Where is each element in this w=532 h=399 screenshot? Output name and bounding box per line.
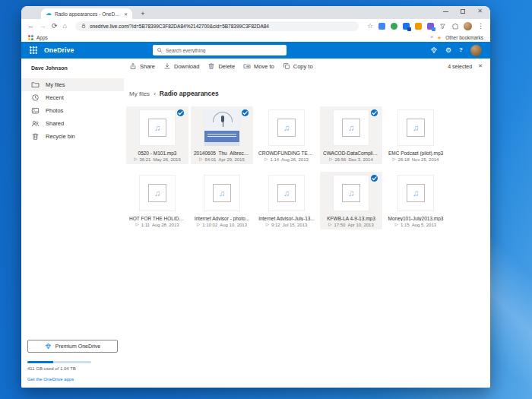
- file-tile[interactable]: 20140605_Thu_Albrech... ▷ 54:01 Apr 29, …: [191, 106, 253, 164]
- main-content: Share Download Delete Move to Copy to 4 …: [124, 59, 490, 388]
- command-icon: [207, 62, 215, 70]
- share-button[interactable]: Share: [129, 62, 155, 70]
- sidebar-item-recent[interactable]: Recent: [21, 91, 124, 104]
- storage-meter: [27, 361, 91, 363]
- filter-icon[interactable]: [439, 23, 446, 30]
- breadcrumb-current: Radio appearances: [160, 90, 219, 97]
- music-note-icon: ♫: [219, 189, 225, 198]
- sidebar-item-my-files[interactable]: My files: [21, 78, 124, 91]
- apps-bookmark[interactable]: Apps: [36, 35, 48, 40]
- extensions-puzzle-icon[interactable]: [451, 23, 458, 30]
- download-button[interactable]: Download: [163, 62, 199, 70]
- selection-count: 4 selected: [448, 64, 472, 69]
- nav-icon: [31, 81, 40, 89]
- onedrive-header: OneDrive ⚙ ?: [21, 42, 490, 59]
- file-name: EMC Podcast (pilot).mp3: [385, 150, 447, 156]
- file-date: Apr 29, 2015: [218, 157, 244, 162]
- hide-bookmarks-caret-icon[interactable]: ^: [431, 35, 433, 40]
- windows-desktop: ☁ Radio appearances - OneDrive ✕ + ✕ ← →…: [0, 0, 532, 399]
- extension-icon[interactable]: [391, 23, 397, 30]
- play-icon: ▷: [328, 223, 331, 227]
- address-bar[interactable]: onedrive.live.com/?id=5B78399C3F82DA84%2…: [75, 21, 359, 31]
- file-tile[interactable]: ♫ Internet Advisor-July-13... ▷ 9:12 Jul…: [255, 172, 318, 230]
- settings-gear-icon[interactable]: ⚙: [445, 47, 451, 54]
- sidebar-item-shared[interactable]: Shared: [21, 117, 124, 130]
- file-tile[interactable]: ♫ KFWB-LA 4-9-13.mp3 ▷ 17:50 Apr 10, 201…: [320, 172, 382, 230]
- file-details: ▷ 9:12 Jul 15, 2013: [255, 223, 318, 227]
- new-tab-button[interactable]: +: [138, 10, 147, 17]
- minimize-button[interactable]: [443, 11, 448, 12]
- search-input[interactable]: [166, 48, 283, 53]
- forward-button[interactable]: →: [40, 23, 46, 30]
- file-name: 20140605_Thu_Albrech...: [191, 150, 253, 156]
- nav-icon: [31, 93, 40, 102]
- file-duration: 26:56: [334, 157, 346, 162]
- premium-diamond-icon[interactable]: [430, 46, 438, 54]
- home-button[interactable]: ⌂: [63, 23, 67, 30]
- play-icon: ▷: [199, 157, 202, 162]
- browser-menu-icon[interactable]: ⋮: [477, 23, 484, 30]
- audio-file-icon: ♫: [407, 184, 425, 202]
- reload-button[interactable]: ⟳: [52, 23, 58, 30]
- file-duration: 1:11: [141, 223, 150, 227]
- tab-close-icon[interactable]: ✕: [124, 11, 128, 17]
- sidebar-item-label: Shared: [46, 120, 64, 127]
- browser-profile-avatar[interactable]: [464, 22, 472, 30]
- clear-selection-icon[interactable]: ✕: [478, 63, 483, 69]
- file-date: Aug 10, 2013: [220, 223, 247, 227]
- premium-onedrive-button[interactable]: Premium OneDrive: [27, 340, 118, 353]
- command-icon: [243, 62, 251, 70]
- file-tile[interactable]: ♫ 0520 - M101.mp3 ▷ 36:21 May 26, 2015: [126, 106, 188, 164]
- close-window-button[interactable]: ✕: [477, 9, 483, 14]
- command-bar: Share Download Delete Move to Copy to 4 …: [124, 59, 490, 74]
- file-tile[interactable]: ♫ Internet Advisor - photo... ▷ 1:10:02 …: [191, 172, 253, 230]
- selected-check-icon[interactable]: [370, 174, 378, 182]
- selected-check-icon[interactable]: [370, 109, 378, 117]
- other-bookmarks[interactable]: Other bookmarks: [445, 35, 483, 40]
- maximize-button[interactable]: [461, 9, 465, 14]
- music-note-icon: ♫: [283, 189, 290, 198]
- sidebar-item-recycle-bin[interactable]: Recycle bin: [21, 130, 124, 143]
- music-note-icon: ♫: [283, 124, 290, 132]
- play-icon: ▷: [134, 157, 137, 162]
- file-tile[interactable]: ♫ EMC Podcast (pilot).mp3 ▷ 26:18 Nov 25…: [385, 106, 447, 164]
- file-thumbnail: ♫: [139, 175, 176, 211]
- move-to-button[interactable]: Move to: [243, 62, 274, 70]
- extension-icon[interactable]: [415, 23, 422, 30]
- selected-check-icon[interactable]: [241, 109, 249, 117]
- file-date: Aug 5, 2013: [412, 223, 436, 227]
- file-tile[interactable]: ♫ Money101-July2013.mp3 ▷ 1:15 Aug 5, 20…: [385, 172, 447, 230]
- file-thumbnail: ♫: [139, 109, 176, 146]
- browser-tab[interactable]: ☁ Radio appearances - OneDrive ✕: [41, 8, 132, 19]
- account-avatar[interactable]: [470, 45, 482, 56]
- file-name: CROWDFUNDING TECH...: [255, 150, 318, 156]
- file-name: CWACOD-DataComplia...: [320, 150, 382, 156]
- file-name: 0520 - M101.mp3: [126, 150, 188, 156]
- copy-to-button[interactable]: Copy to: [283, 62, 313, 70]
- play-icon: ▷: [264, 157, 268, 162]
- command-label: Copy to: [293, 63, 313, 70]
- sidebar-item-photos[interactable]: Photos: [21, 104, 124, 117]
- audio-file-icon: ♫: [148, 119, 166, 137]
- back-button[interactable]: ←: [27, 23, 34, 30]
- play-icon: ▷: [329, 157, 332, 162]
- file-duration: 1:15: [401, 223, 410, 227]
- onedrive-logo[interactable]: OneDrive: [44, 46, 74, 54]
- breadcrumb-parent[interactable]: My files: [129, 90, 150, 97]
- extension-icon[interactable]: [427, 23, 434, 30]
- get-onedrive-apps-link[interactable]: Get the OneDrive apps: [27, 377, 118, 382]
- file-tile[interactable]: ♫ CROWDFUNDING TECH... ▷ 1:14 Aug 26, 20…: [255, 106, 318, 164]
- search-box[interactable]: [153, 45, 287, 55]
- delete-button[interactable]: Delete: [207, 62, 235, 70]
- tab-title: Radio appearances - OneDrive: [55, 11, 121, 17]
- extension-icon[interactable]: [378, 23, 385, 30]
- bookmark-star-icon[interactable]: ☆: [367, 23, 373, 30]
- file-tile[interactable]: ♫ CWACOD-DataComplia... ▷ 26:56 Dec 3, 2…: [320, 106, 382, 164]
- extension-icon[interactable]: [403, 23, 410, 30]
- selected-check-icon[interactable]: [176, 109, 185, 117]
- file-name: Internet Advisor-July-13...: [255, 216, 318, 221]
- app-launcher-icon[interactable]: [30, 46, 37, 54]
- file-tile[interactable]: ♫ HOT FOR THE HOLIDAY... ▷ 1:11 Aug 28, …: [126, 172, 188, 230]
- file-thumbnail: [204, 109, 240, 146]
- help-icon[interactable]: ?: [459, 47, 463, 53]
